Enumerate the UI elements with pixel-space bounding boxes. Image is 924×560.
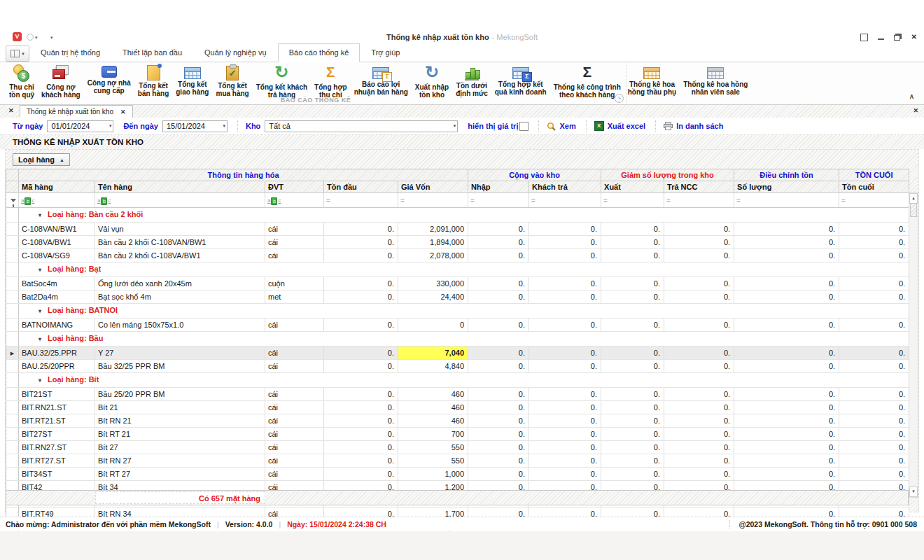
collapse-group-icon[interactable]: ▾ <box>38 267 41 273</box>
cell-ton-dau[interactable]: 0. <box>324 223 398 236</box>
ribbon-tab-quan-ly-nghiep-vu[interactable]: Quản lý nghiệp vụ <box>193 43 278 62</box>
cell-khach-tra[interactable]: 0. <box>529 318 601 332</box>
ribbon-button-thong-ke-cong-trinh-theo-khach-hang[interactable]: ΣThống kê công trìnhtheo khách hàng <box>550 63 624 99</box>
cell-ma-hang[interactable]: Bat2Da4m <box>19 290 95 304</box>
column-header-ten-hang[interactable]: Tên hàng <box>95 181 265 193</box>
cell-nhap[interactable]: 0. <box>468 388 529 401</box>
cell-gia-von[interactable]: 460 <box>398 388 468 401</box>
cell-ma-hang[interactable]: BIT.RT21.ST <box>19 414 95 428</box>
filter-cell-nhap[interactable]: = <box>468 193 529 208</box>
cell-ten-hang[interactable]: Bít RT 21 <box>95 428 265 441</box>
ribbon-button-tong-hop-ket-qua-kinh-doanh[interactable]: ΣTổng hợp kếtquả kinh doanh <box>491 63 550 96</box>
cell-dvt[interactable]: cuộn <box>265 277 324 290</box>
cell-ton-cuoi[interactable]: 0. <box>839 441 909 454</box>
app-menu-button[interactable]: ▾ <box>6 46 29 62</box>
ribbon-tab-thiet-lap-ban-dau[interactable]: Thiết lập ban đầu <box>111 43 193 62</box>
cell-so-luong[interactable]: 0. <box>734 223 839 236</box>
collapse-group-icon[interactable]: ▾ <box>38 377 41 384</box>
cell-ton-dau[interactable]: 0. <box>324 414 398 428</box>
cell-gia-von[interactable]: 7,040 <box>398 346 468 360</box>
cell-so-luong[interactable]: 0. <box>734 454 839 468</box>
ribbon-collapse-icon[interactable]: ∧ <box>909 92 914 100</box>
cell-xuat[interactable]: 0. <box>601 428 664 441</box>
column-header-tra-ncc[interactable]: Trả NCC <box>664 181 734 193</box>
cell-gia-von[interactable]: 700 <box>398 428 468 441</box>
cell-ten-hang[interactable]: Y 27 <box>95 346 265 360</box>
table-row[interactable]: Bat2Da4mBạt sọc khổ 4mmet0.24,4000.0.0.0… <box>6 290 909 304</box>
cell-nhap[interactable]: 0. <box>468 277 529 290</box>
ribbon-tab-tro-giup[interactable]: Trợ giúp <box>360 43 411 62</box>
cell-ten-hang[interactable]: Bít RT 27 <box>95 468 265 481</box>
table-row[interactable]: BIT.RN21.STBít 21cái0.4600.0.0.0.0.0. <box>6 401 909 414</box>
ribbon-button-tong-hop-thu-chi[interactable]: ΣTổng hợpthu chi <box>311 63 351 99</box>
cell-gia-von[interactable]: 24,400 <box>398 290 468 304</box>
cell-so-luong[interactable]: 0. <box>734 236 839 249</box>
ribbon-button-cong-no-khach-hang[interactable]: Công nợkhách hàng <box>38 63 84 99</box>
cell-ton-dau[interactable]: 0. <box>324 401 398 414</box>
filter-cell-so-luong[interactable]: = <box>734 193 839 208</box>
cell-ma-hang[interactable]: BAU.25/20PPR <box>19 360 95 373</box>
table-row[interactable]: BIT.RN27.STBít 27cái0.5500.0.0.0.0.0. <box>6 441 909 454</box>
cell-nhap[interactable]: 0. <box>468 468 529 481</box>
cell-xuat[interactable]: 0. <box>601 290 664 304</box>
cell-ma-hang[interactable]: BIT.RT27.ST <box>19 454 95 468</box>
ribbon-button-ton-duoi-dinh-muc[interactable]: Tồn dướiđịnh mức <box>452 63 491 97</box>
cell-dvt[interactable]: cái <box>265 388 324 401</box>
cell-xuat[interactable]: 0. <box>601 318 664 332</box>
cell-ton-dau[interactable]: 0. <box>324 360 398 373</box>
tab-thong-ke-nhap-xuat-ton-kho[interactable]: Thống kê nhập xuất tồn kho ✕ <box>20 105 133 118</box>
cell-gia-von[interactable]: 4,840 <box>398 360 468 373</box>
cell-so-luong[interactable]: 0. <box>734 318 839 332</box>
cell-gia-von[interactable]: 330,000 <box>398 277 468 290</box>
cell-dvt[interactable]: cái <box>265 318 324 332</box>
cell-ten-hang[interactable]: Bít RN 21 <box>95 414 265 428</box>
cell-tra-ncc[interactable]: 0. <box>664 414 734 428</box>
cell-ton-cuoi[interactable]: 0. <box>839 401 909 414</box>
cell-dvt[interactable]: cái <box>265 223 324 236</box>
cell-ton-cuoi[interactable]: 0. <box>839 454 909 468</box>
cell-tra-ncc[interactable]: 0. <box>664 388 734 401</box>
cell-gia-von[interactable]: 1,894,000 <box>398 236 468 249</box>
cell-khach-tra[interactable]: 0. <box>529 277 601 290</box>
column-header-nhap[interactable]: Nhập <box>468 181 529 193</box>
cell-ton-cuoi[interactable]: 0. <box>839 318 909 332</box>
minimize-icon[interactable] <box>878 38 884 40</box>
group-row-loai-hang-bit[interactable]: ▾Loại hàng: Bít <box>6 373 909 388</box>
filter-cell-xuat[interactable]: = <box>601 193 664 208</box>
cell-xuat[interactable]: 0. <box>601 454 664 468</box>
column-header-xuat[interactable]: Xuất <box>601 181 664 193</box>
cell-dvt[interactable]: cái <box>265 414 324 428</box>
cell-khach-tra[interactable]: 0. <box>529 388 601 401</box>
cell-so-luong[interactable]: 0. <box>734 249 839 262</box>
cell-khach-tra[interactable]: 0. <box>529 290 601 304</box>
cell-so-luong[interactable]: 0. <box>734 277 839 290</box>
cell-ten-hang[interactable]: Bít RN 27 <box>95 454 265 468</box>
cell-ton-dau[interactable]: 0. <box>324 318 398 332</box>
cell-so-luong[interactable]: 0. <box>734 441 839 454</box>
filter-cell-ton-dau[interactable]: = <box>324 193 398 208</box>
cell-tra-ncc[interactable]: 0. <box>664 468 734 481</box>
table-row[interactable]: C-108VA/BW1Bàn cầu 2 khối C-108VAN/BW1cá… <box>6 236 909 249</box>
close-tab-icon[interactable]: ✕ <box>120 106 126 118</box>
cell-khach-tra[interactable]: 0. <box>529 414 601 428</box>
cell-gia-von[interactable]: 2,091,000 <box>398 223 468 236</box>
cell-tra-ncc[interactable]: 0. <box>664 428 734 441</box>
cell-ma-hang[interactable]: C-108VA/BW1 <box>19 236 95 249</box>
cell-gia-von[interactable]: 2,078,000 <box>398 249 468 262</box>
ribbon-button-thong-ke-hoa-hong-thau-phu[interactable]: Thống kê hoahồng thầu phụ <box>624 63 680 96</box>
cell-nhap[interactable]: 0. <box>468 441 529 454</box>
filter-cell-ten-hang[interactable]: abc <box>95 193 265 208</box>
cell-tra-ncc[interactable]: 0. <box>664 236 734 249</box>
collapse-group-icon[interactable]: ▾ <box>38 336 41 342</box>
cell-nhap[interactable]: 0. <box>468 360 529 373</box>
cell-khach-tra[interactable]: 0. <box>529 401 601 414</box>
cell-tra-ncc[interactable]: 0. <box>664 360 734 373</box>
export-excel-button[interactable]: X Xuất excel <box>594 121 645 131</box>
cell-ten-hang[interactable]: Bạt sọc khổ 4m <box>95 290 265 304</box>
group-row-loai-hang-bau[interactable]: ▾Loại hàng: Bầu <box>6 332 909 346</box>
vertical-scrollbar[interactable]: ▴ ▾ <box>909 192 918 498</box>
cell-khach-tra[interactable]: 0. <box>529 346 601 360</box>
cell-ton-dau[interactable]: 0. <box>324 441 398 454</box>
table-row[interactable]: BIT.RT21.STBít RN 21cái0.4600.0.0.0.0.0. <box>6 414 909 428</box>
cell-xuat[interactable]: 0. <box>601 277 664 290</box>
